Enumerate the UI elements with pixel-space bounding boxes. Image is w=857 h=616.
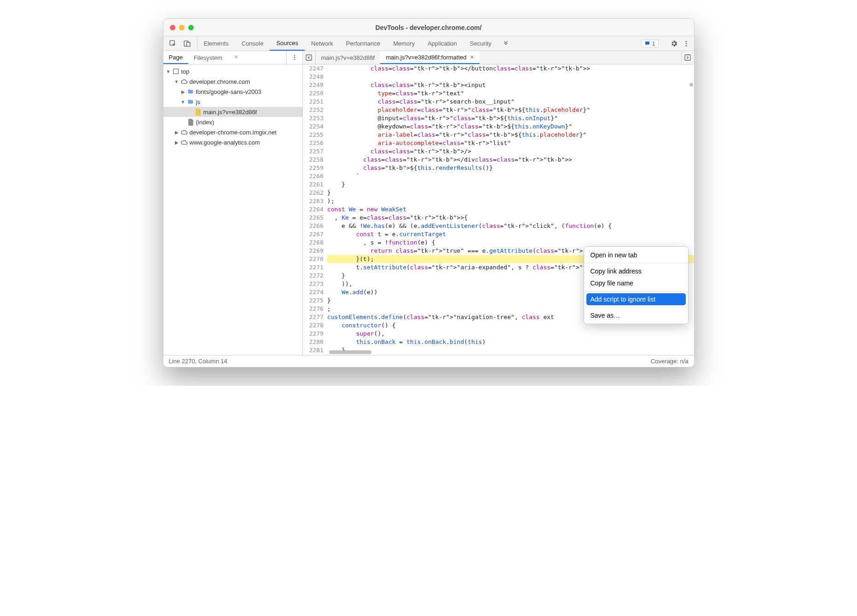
line-number-gutter: 2247224822492250225122522253225422552256… <box>303 64 327 355</box>
tree-label: developer.chrome.com <box>190 78 250 85</box>
frame-icon <box>173 68 180 75</box>
issues-badge[interactable]: 1 <box>641 40 659 48</box>
context-menu-item[interactable]: Open in new tab <box>584 249 688 261</box>
inspect-element-icon[interactable] <box>169 40 177 48</box>
context-menu-item[interactable]: Add script to ignore list <box>586 293 686 305</box>
chevron-down-icon: ▼ <box>181 99 185 105</box>
panel-tab-memory[interactable]: Memory <box>387 36 421 51</box>
tree-label: www.google-analytics.com <box>190 139 260 146</box>
devtools-window: DevTools - developer.chrome.com/ Element… <box>163 18 695 367</box>
tree-node-js[interactable]: ▼ js <box>163 97 302 107</box>
svg-rect-11 <box>685 55 690 60</box>
svg-point-3 <box>685 41 687 42</box>
context-menu-item[interactable]: Save as… <box>584 309 688 321</box>
folder-icon <box>187 99 194 105</box>
tree-label: developer-chrome-com.imgix.net <box>190 129 277 136</box>
tree-label: top <box>181 68 190 75</box>
zoom-window-button[interactable] <box>188 25 194 30</box>
navigator-sidebar: PageFilesystem ▼ top ▼ devel <box>163 51 303 355</box>
chevron-right-icon: ▶ <box>174 130 179 135</box>
window-title: DevTools - developer.chrome.com/ <box>163 24 694 31</box>
svg-rect-2 <box>187 42 190 46</box>
tree-node-top[interactable]: ▼ top <box>163 66 302 76</box>
tree-label: fonts/google-sans-v2003 <box>196 88 261 95</box>
status-bar: Line 2270, Column 14 Coverage: n/a <box>163 355 694 367</box>
svg-point-7 <box>294 57 295 58</box>
editor-tab-mainjs-formatted[interactable]: main.js?v=e382d86f:formatted × <box>380 51 479 64</box>
js-file-icon <box>195 109 202 116</box>
svg-point-4 <box>685 43 687 44</box>
device-toolbar-icon[interactable] <box>183 40 191 48</box>
horizontal-scrollbar[interactable] <box>327 349 694 355</box>
navigator-tab-page[interactable]: Page <box>163 51 188 64</box>
more-tabs-button[interactable] <box>498 36 514 51</box>
editor-nav-back-icon[interactable] <box>303 51 316 64</box>
navigator-more-tabs[interactable] <box>228 51 244 64</box>
vertical-scrollbar-thumb[interactable] <box>689 83 693 87</box>
cloud-icon <box>181 129 188 136</box>
toggle-debugger-sidebar-icon[interactable] <box>681 51 694 64</box>
tree-label: js <box>196 99 200 105</box>
context-menu: Open in new tabCopy link addressCopy fil… <box>584 246 689 324</box>
svg-point-6 <box>294 55 295 56</box>
file-icon <box>187 119 194 126</box>
file-tree: ▼ top ▼ developer.chrome.com ▶ fonts/goo… <box>163 64 302 355</box>
titlebar: DevTools - developer.chrome.com/ <box>163 19 694 36</box>
cloud-icon <box>181 139 188 146</box>
editor-panel: main.js?v=e382d86f main.js?v=e382d86f:fo… <box>303 51 694 355</box>
toolbar-right-icons: 1 <box>638 36 694 51</box>
cloud-icon <box>181 78 188 85</box>
horizontal-scrollbar-thumb[interactable] <box>329 350 371 354</box>
panel-tabs: ElementsConsoleSourcesNetworkPerformance… <box>197 36 498 51</box>
tree-node-index[interactable]: (index) <box>163 117 302 127</box>
chevron-right-icon: ▶ <box>181 89 185 94</box>
editor-tab-mainjs[interactable]: main.js?v=e382d86f <box>316 51 381 64</box>
close-tab-icon[interactable]: × <box>470 53 474 61</box>
main-toolbar: ElementsConsoleSourcesNetworkPerformance… <box>163 36 694 51</box>
folder-icon <box>187 88 194 95</box>
panel-tab-application[interactable]: Application <box>421 36 463 51</box>
svg-rect-10 <box>306 55 312 60</box>
navigator-tabs: PageFilesystem <box>163 51 302 64</box>
chevron-right-icon: ▶ <box>174 140 179 145</box>
editor-tabs: main.js?v=e382d86f main.js?v=e382d86f:fo… <box>303 51 694 64</box>
settings-icon[interactable] <box>668 40 680 48</box>
context-menu-item[interactable]: Copy file name <box>584 277 688 289</box>
panel-tab-network[interactable]: Network <box>305 36 340 51</box>
svg-rect-9 <box>174 69 179 74</box>
context-menu-separator <box>584 291 688 291</box>
chevron-down-icon: ▼ <box>166 69 171 74</box>
minimize-window-button[interactable] <box>179 25 185 30</box>
context-menu-item[interactable]: Copy link address <box>584 265 688 277</box>
kebab-menu-icon[interactable] <box>681 40 691 48</box>
panel-tab-sources[interactable]: Sources <box>270 36 305 51</box>
cursor-position: Line 2270, Column 14 <box>169 358 227 365</box>
tree-node-fonts[interactable]: ▶ fonts/google-sans-v2003 <box>163 87 302 97</box>
svg-point-8 <box>294 59 295 60</box>
svg-point-5 <box>685 45 687 46</box>
chevron-down-icon: ▼ <box>174 79 179 84</box>
traffic-lights <box>163 25 194 30</box>
close-window-button[interactable] <box>170 25 175 30</box>
editor-tab-label: main.js?v=e382d86f <box>321 54 375 61</box>
panel-body: PageFilesystem ▼ top ▼ devel <box>163 51 694 355</box>
tree-node-domain[interactable]: ▼ developer.chrome.com <box>163 76 302 87</box>
tree-node-imgix[interactable]: ▶ developer-chrome-com.imgix.net <box>163 127 302 137</box>
toolbar-left-icons <box>163 36 197 51</box>
panel-tab-console[interactable]: Console <box>235 36 270 51</box>
panel-tab-elements[interactable]: Elements <box>197 36 235 51</box>
navigator-menu-icon[interactable] <box>286 51 302 64</box>
tree-label: main.js?v=e382d86f <box>203 109 257 116</box>
tree-node-mainjs[interactable]: main.js?v=e382d86f <box>163 107 302 117</box>
tree-node-ga[interactable]: ▶ www.google-analytics.com <box>163 137 302 147</box>
issues-count: 1 <box>652 41 655 47</box>
context-menu-separator <box>584 307 688 308</box>
tree-label: (index) <box>196 119 214 126</box>
panel-tab-performance[interactable]: Performance <box>340 36 387 51</box>
navigator-tab-filesystem[interactable]: Filesystem <box>188 51 228 64</box>
coverage-status: Coverage: n/a <box>651 358 689 365</box>
panel-tab-security[interactable]: Security <box>463 36 498 51</box>
context-menu-separator <box>584 263 688 263</box>
editor-tab-label: main.js?v=e382d86f:formatted <box>386 54 466 61</box>
